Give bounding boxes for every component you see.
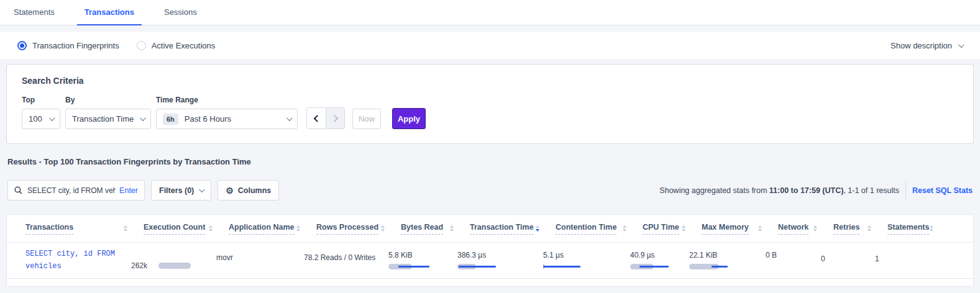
radio-active-executions[interactable]: Active Executions: [137, 41, 216, 50]
by-field: By Transaction Time: [65, 96, 151, 129]
time-range-field: Time Range 6h Past 6 Hours: [156, 96, 298, 129]
next-range-button[interactable]: [326, 108, 344, 128]
column-header-application-name[interactable]: Application Name: [229, 223, 316, 235]
radio-icon: [137, 41, 146, 50]
cell-max-memory: 22.1 KiB: [689, 243, 766, 278]
table-header-row: Transactions Execution Count Application…: [7, 215, 973, 243]
time-range-value: Past 6 Hours: [185, 114, 231, 124]
show-description-label: Show description: [891, 41, 952, 50]
column-header-contention-time[interactable]: Contention Time: [556, 223, 643, 235]
sort-icon[interactable]: [536, 225, 539, 232]
sort-icon[interactable]: [930, 225, 933, 232]
column-header-network[interactable]: Network: [778, 223, 833, 235]
time-range-badge: 6h: [163, 114, 178, 125]
cell-transaction-time: 386.3 µs: [457, 243, 543, 278]
chevron-down-icon: [958, 42, 964, 48]
cell-cpu-time: 40.9 µs: [630, 243, 689, 278]
cell-application-name: movr: [216, 243, 304, 278]
cell-retries: 0: [821, 243, 875, 278]
sort-icon[interactable]: [381, 225, 385, 232]
chevron-right-icon: [331, 115, 337, 122]
table-row: SELECT city, id FROM vehicles 262k movr …: [7, 243, 973, 279]
search-enter-button[interactable]: Enter: [119, 186, 138, 195]
bytes-read-bar: [388, 264, 432, 270]
cell-network: 0 B: [766, 243, 821, 278]
max-memory-bar: [689, 264, 733, 270]
page-tabs: Statements Transactions Sessions: [0, 0, 980, 25]
column-header-max-memory[interactable]: Max Memory: [702, 223, 778, 235]
chevron-down-icon: [286, 115, 293, 121]
cpu-time-bar: [630, 264, 674, 270]
chevron-left-icon: [314, 115, 321, 122]
top-field: Top 100: [22, 96, 60, 129]
show-description-toggle[interactable]: Show description: [891, 41, 963, 50]
tab-transactions[interactable]: Transactions: [77, 0, 142, 25]
chevron-down-icon: [140, 115, 146, 121]
columns-label: Columns: [238, 186, 271, 195]
previous-range-button[interactable]: [307, 108, 326, 128]
column-header-transactions[interactable]: Transactions: [25, 223, 144, 235]
divider: [905, 181, 906, 200]
top-select[interactable]: 100: [22, 109, 60, 129]
filters-label: Filters (0): [159, 186, 194, 195]
sort-icon[interactable]: [682, 225, 685, 232]
column-header-retries[interactable]: Retries: [833, 223, 887, 235]
column-header-bytes-read[interactable]: Bytes Read: [401, 223, 470, 235]
radio-transaction-fingerprints[interactable]: Transaction Fingerprints: [17, 41, 119, 50]
sort-icon[interactable]: [758, 225, 762, 232]
sort-icon[interactable]: [868, 225, 871, 232]
sort-icon[interactable]: [450, 225, 454, 232]
chevron-down-icon: [49, 115, 55, 121]
columns-button[interactable]: ⚙ Columns: [218, 180, 279, 201]
top-select-value: 100: [29, 114, 42, 124]
sort-icon[interactable]: [296, 225, 300, 232]
cell-contention-time: 5.1 µs: [543, 243, 630, 278]
transaction-fingerprint-link[interactable]: SELECT city, id FROM vehicles: [25, 243, 131, 278]
aggregated-stats-text: Showing aggregated stats from 11:00 to 1…: [659, 186, 899, 195]
by-label: By: [65, 96, 151, 104]
search-criteria-card: Search Criteria Top 100 By Transaction T…: [6, 64, 974, 144]
sort-icon[interactable]: [124, 225, 127, 232]
apply-button[interactable]: Apply: [392, 108, 426, 129]
tab-statements[interactable]: Statements: [6, 0, 62, 25]
results-controls: Enter Filters (0) ⚙ Columns Showing aggr…: [7, 180, 973, 201]
cell-execution-count: 262k: [131, 243, 216, 278]
search-criteria-title: Search Criteria: [22, 76, 958, 86]
cell-bytes-read: 5.8 KiB: [388, 243, 457, 278]
column-header-execution-count[interactable]: Execution Count: [144, 223, 229, 235]
sort-icon[interactable]: [813, 225, 817, 232]
search-icon: [14, 186, 22, 194]
transactions-page: Statements Transactions Sessions Transac…: [0, 0, 980, 293]
stats-time-range: 11:00 to 17:59 (UTC): [769, 186, 843, 195]
view-toggle-bar: Transaction Fingerprints Active Executio…: [0, 32, 980, 59]
reset-sql-stats-link[interactable]: Reset SQL Stats: [912, 186, 973, 195]
filters-button[interactable]: Filters (0): [151, 180, 211, 201]
radio-icon: [17, 41, 27, 50]
sort-icon[interactable]: [623, 225, 626, 232]
tab-sessions[interactable]: Sessions: [157, 0, 204, 25]
cell-rows-processed: 78.2 Reads / 0 Writes: [304, 243, 388, 278]
column-header-cpu-time[interactable]: CPU Time: [643, 223, 702, 235]
radio-label: Transaction Fingerprints: [32, 41, 119, 50]
time-range-select[interactable]: 6h Past 6 Hours: [156, 109, 298, 129]
gear-icon: ⚙: [226, 186, 234, 195]
search-input[interactable]: [27, 186, 116, 195]
radio-label: Active Executions: [152, 41, 216, 50]
column-header-transaction-time[interactable]: Transaction Time: [470, 223, 556, 235]
top-label: Top: [22, 96, 60, 104]
contention-time-bar: [543, 264, 587, 270]
time-range-pager: [306, 107, 345, 129]
column-header-rows-processed[interactable]: Rows Processed: [316, 223, 401, 235]
execution-count-bar: [158, 263, 191, 269]
now-button[interactable]: Now: [352, 109, 381, 129]
by-select-value: Transaction Time: [72, 114, 134, 124]
transaction-time-bar: [457, 264, 501, 270]
transactions-table: Transactions Execution Count Application…: [6, 214, 974, 287]
cell-statements: 1: [875, 243, 937, 278]
query-search-box[interactable]: Enter: [7, 180, 145, 201]
by-select[interactable]: Transaction Time: [65, 109, 151, 129]
time-range-label: Time Range: [156, 96, 298, 104]
sort-icon[interactable]: [209, 225, 213, 232]
column-header-statements[interactable]: Statements: [887, 223, 950, 235]
results-heading: Results - Top 100 Transaction Fingerprin…: [7, 157, 251, 166]
